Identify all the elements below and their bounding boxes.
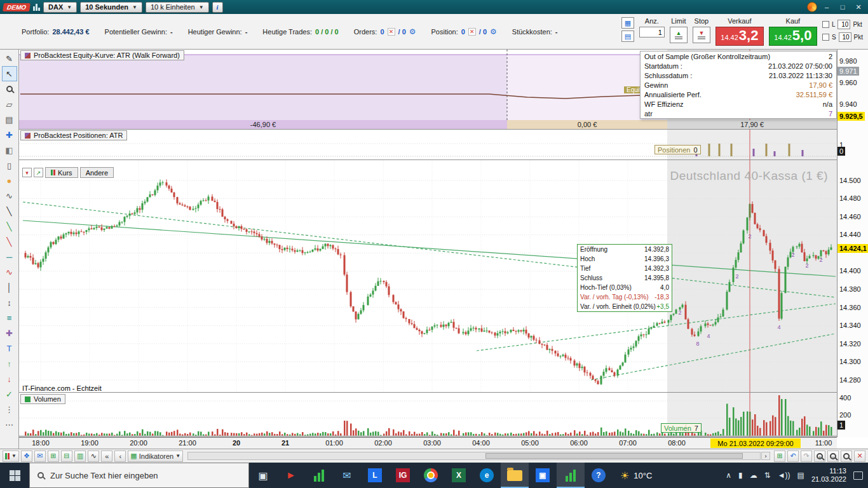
zoom-in-icon[interactable]: +	[814, 451, 825, 462]
restore-button[interactable]: □	[836, 1, 849, 13]
more-tools-icon[interactable]: ⋮	[2, 402, 17, 417]
cancel-position-icon[interactable]: ✕	[468, 28, 476, 36]
trendline-green-icon[interactable]: ╲	[2, 219, 17, 234]
stop-order-button[interactable]: ▼	[693, 27, 710, 43]
ruler-icon[interactable]: ▱	[2, 97, 17, 112]
collapse-left-icon[interactable]: «	[101, 451, 112, 462]
draw-pencil-icon[interactable]: ✎	[2, 51, 17, 66]
taskbar-clock[interactable]: 11:1321.03.2022	[811, 467, 846, 484]
indikatoren-dropdown[interactable]: ▦ Indikatoren ▼	[128, 451, 183, 462]
positions-panel[interactable]: ProBacktest Positionen: ATR	[19, 130, 837, 160]
analytics-app[interactable]	[305, 463, 333, 488]
timeframe-dropdown[interactable]: 10 Sekunden▼	[80, 2, 142, 13]
photos-app[interactable]: ▣	[529, 463, 557, 488]
chart-scrollbar[interactable]: ›	[187, 452, 761, 460]
tray-network-icon[interactable]: ⇅	[764, 471, 771, 480]
prorealtime-logo-icon[interactable]	[807, 2, 817, 12]
move-icon[interactable]: ✚	[2, 127, 17, 142]
volume-panel[interactable]: Volumen	[19, 393, 837, 437]
taskbar-weather[interactable]: ☀ 10°C	[613, 463, 660, 488]
excel-app[interactable]: X	[445, 463, 473, 488]
app-red[interactable]: ►	[277, 463, 305, 488]
zoom-out-icon[interactable]: −	[827, 451, 839, 462]
info-button[interactable]: i	[212, 2, 223, 13]
edge-app[interactable]: e	[473, 463, 501, 488]
mail-app[interactable]: ✉	[333, 463, 361, 488]
segment-icon[interactable]: ─	[2, 249, 17, 264]
trendline-icon[interactable]: ╲	[2, 203, 17, 219]
tray-chevron-icon[interactable]: ∧	[726, 471, 731, 480]
ig-app[interactable]: IG	[389, 463, 417, 488]
chrome-app[interactable]	[417, 463, 445, 488]
order-ticket-icon[interactable]: ▦	[621, 17, 634, 29]
units-dropdown[interactable]: 10 k Einheiten▼	[146, 2, 209, 13]
trading-app[interactable]	[557, 463, 585, 488]
short-checkbox[interactable]	[822, 34, 829, 41]
app-tile-blue[interactable]: L	[361, 463, 389, 488]
keypad-icon[interactable]: ▤	[621, 30, 634, 42]
expand-icon[interactable]: ↕	[2, 295, 17, 310]
arrow-up-icon[interactable]: ↑	[2, 356, 17, 371]
task-view-button[interactable]: ▣	[249, 463, 277, 488]
instrument-dropdown[interactable]: DAX▼	[43, 2, 77, 13]
chart-area[interactable]: ProBacktest Equity-Kurve: ATR (Walk Forw…	[19, 50, 837, 449]
orders-settings-icon[interactable]: ⚙	[409, 27, 416, 36]
sell-button[interactable]: 14.42 3,2	[715, 27, 764, 46]
lasso-icon[interactable]: ∿	[2, 188, 17, 203]
delete-icon[interactable]: ▯	[2, 158, 17, 173]
time-axis[interactable]: Mo 21.03.2022 09:29:00 18:0019:0020:0021…	[19, 437, 837, 449]
vline-icon[interactable]: │	[2, 280, 17, 295]
positions-panel-title[interactable]: ProBacktest Positionen: ATR	[20, 130, 127, 140]
short-points-input[interactable]	[839, 32, 851, 42]
notification-center-icon[interactable]	[853, 471, 863, 480]
cancel-orders-icon[interactable]: ✕	[388, 28, 395, 36]
long-points-input[interactable]	[837, 20, 850, 29]
text-tool-icon[interactable]: T	[2, 341, 17, 356]
tray-keyboard-icon[interactable]: ▤	[797, 471, 804, 480]
duplicate-icon[interactable]: ▤	[2, 112, 17, 127]
volume-panel-title[interactable]: Volumen	[20, 394, 65, 404]
chat-icon[interactable]: ✉	[34, 451, 46, 462]
help-app[interactable]: ?	[585, 463, 613, 488]
pan-grid-icon[interactable]: ⊞	[774, 451, 785, 462]
export-table-icon[interactable]: ▥	[74, 451, 86, 462]
close-chart-icon[interactable]: ✕	[854, 451, 865, 462]
equity-panel-title[interactable]: ProBacktest Equity-Kurve: ATR (Walk Forw…	[20, 50, 184, 60]
parallel-lines-icon[interactable]: ≡	[2, 310, 17, 325]
close-button[interactable]: ✕	[852, 1, 865, 13]
share-icon[interactable]: ❖	[21, 451, 32, 462]
fill-icon[interactable]: ◧	[2, 142, 17, 158]
long-checkbox[interactable]	[822, 21, 829, 28]
chart-scrollbar-thumb[interactable]	[485, 453, 743, 459]
zoom-tool-icon[interactable]	[2, 81, 17, 97]
minimize-button[interactable]: –	[820, 1, 833, 13]
watchlist-icon[interactable]: ⊞	[48, 451, 59, 462]
buy-button[interactable]: 14.42 5,0	[769, 27, 817, 46]
zoom-reset-icon[interactable]	[841, 451, 852, 462]
cursor-icon[interactable]: ↖	[2, 66, 17, 81]
value-axis[interactable]: 9.9809.9609.9409.9719.929,51014.50014.48…	[837, 50, 868, 437]
trendline-red-icon[interactable]: ╲	[2, 234, 17, 249]
price-panel[interactable]: 284224222	[19, 160, 837, 393]
arrow-down-icon[interactable]: ↓	[2, 371, 17, 386]
curve-icon[interactable]: ∿	[2, 264, 17, 280]
tray-volume-icon[interactable]: ◄))	[778, 471, 790, 480]
crosshair-icon[interactable]: ✚	[2, 325, 17, 341]
tab-andere[interactable]: Andere	[80, 167, 114, 178]
redo-icon[interactable]: ↷	[801, 451, 812, 462]
scroll-left-icon[interactable]: ‹	[114, 451, 126, 462]
orders-table-icon[interactable]: ⊟	[61, 451, 72, 462]
arrow-up-mini-icon[interactable]: ↗	[34, 168, 43, 177]
limit-order-button[interactable]: ▲	[670, 27, 688, 43]
alarm-icon[interactable]: ●	[2, 173, 17, 188]
position-settings-icon[interactable]: ⚙	[490, 27, 497, 36]
chart-type-dropdown[interactable]: ▼	[3, 451, 19, 462]
start-button[interactable]	[0, 463, 29, 488]
tray-cloud-icon[interactable]: ☁	[750, 471, 757, 480]
undo-icon[interactable]: ↶	[787, 451, 799, 462]
quantity-input[interactable]	[639, 27, 665, 37]
tab-kurs[interactable]: Kurs	[45, 167, 78, 178]
taskbar-search[interactable]: Zur Suche Text hier eingeben	[29, 463, 249, 488]
tool-dots-icon[interactable]: ⋯	[2, 417, 17, 432]
explorer-app[interactable]	[501, 463, 529, 488]
